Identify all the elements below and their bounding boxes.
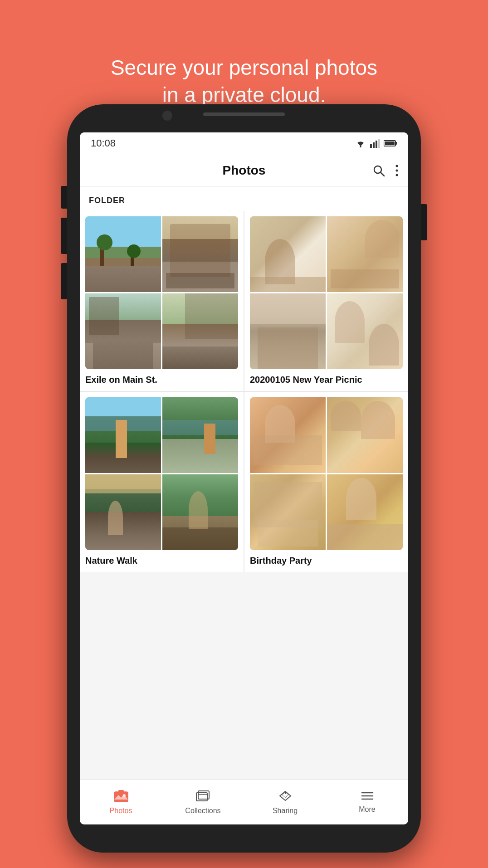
search-icon[interactable] <box>372 164 386 177</box>
folder-photo <box>85 216 161 292</box>
folder-photo-grid <box>85 397 238 550</box>
folder-photo <box>250 474 326 550</box>
svg-rect-7 <box>385 141 395 145</box>
folder-photo-grid <box>85 216 238 369</box>
folder-name: Birthday Party <box>250 555 403 566</box>
bottom-navigation: Photos Collections <box>80 779 408 824</box>
folder-card[interactable]: Exile on Main St. <box>80 211 244 391</box>
svg-point-11 <box>395 169 398 171</box>
nav-photos-label: Photos <box>110 807 132 815</box>
volume-up-button <box>61 218 67 254</box>
folder-card[interactable]: Nature Walk <box>80 392 244 572</box>
more-options-icon[interactable] <box>395 164 399 177</box>
app-bar-actions <box>363 164 399 177</box>
folder-photo <box>85 474 161 550</box>
svg-rect-3 <box>376 141 377 148</box>
folder-photo-grid <box>250 397 403 550</box>
folder-photo <box>327 216 403 292</box>
collections-icon <box>196 790 210 804</box>
volume-down-button <box>61 263 67 299</box>
photos-icon <box>114 790 128 804</box>
phone-screen: 10:08 <box>80 132 408 824</box>
phone-device: 10:08 <box>67 104 421 853</box>
folder-photo <box>250 293 326 369</box>
folders-grid: Exile on Main St. <box>80 211 408 572</box>
folder-name: 20200105 New Year Picnic <box>250 374 403 385</box>
folder-name: Exile on Main St. <box>85 374 238 385</box>
status-bar: 10:08 <box>80 132 408 154</box>
folder-section-label: FOLDER <box>80 187 408 211</box>
folder-photo <box>162 293 238 369</box>
svg-rect-17 <box>118 790 124 793</box>
folder-photo <box>327 293 403 369</box>
more-icon <box>360 791 375 803</box>
folder-photo <box>162 474 238 550</box>
nav-more-label: More <box>359 805 375 814</box>
folder-photo <box>327 474 403 550</box>
svg-rect-6 <box>395 142 397 145</box>
svg-line-9 <box>381 172 384 176</box>
nav-item-photos[interactable]: Photos <box>80 785 162 819</box>
folder-card[interactable]: Birthday Party <box>244 392 408 572</box>
folder-photo <box>250 397 326 473</box>
svg-rect-1 <box>370 144 372 148</box>
folder-photo <box>85 397 161 473</box>
wifi-icon <box>355 139 366 148</box>
folder-photo-grid <box>250 216 403 369</box>
folder-name: Nature Walk <box>85 555 238 566</box>
svg-point-16 <box>123 794 126 797</box>
nav-item-collections[interactable]: Collections <box>162 785 244 819</box>
status-time: 10:08 <box>91 137 116 149</box>
folder-photo <box>85 293 161 369</box>
nav-sharing-label: Sharing <box>273 807 298 815</box>
svg-rect-4 <box>378 139 380 148</box>
nav-item-more[interactable]: More <box>326 786 408 818</box>
folder-photo <box>162 216 238 292</box>
status-icons <box>355 139 397 148</box>
nav-item-sharing[interactable]: Sharing <box>244 785 326 819</box>
svg-point-12 <box>395 174 398 176</box>
folder-photo <box>327 397 403 473</box>
mute-button <box>61 186 67 209</box>
folder-card[interactable]: 20200105 New Year Picnic <box>244 211 408 391</box>
app-bar: Photos <box>80 154 408 187</box>
scroll-content[interactable]: FOLDER <box>80 187 408 779</box>
phone-shell: 10:08 <box>67 104 421 853</box>
sharing-icon <box>278 790 293 804</box>
power-button <box>421 204 427 240</box>
app-bar-title: Photos <box>223 163 266 178</box>
folder-photo <box>250 216 326 292</box>
nav-collections-label: Collections <box>185 807 220 815</box>
signal-icon <box>370 139 380 148</box>
folder-photo <box>162 397 238 473</box>
svg-point-10 <box>395 165 398 167</box>
battery-icon <box>384 140 397 147</box>
svg-rect-2 <box>373 142 375 148</box>
svg-point-0 <box>360 146 361 148</box>
